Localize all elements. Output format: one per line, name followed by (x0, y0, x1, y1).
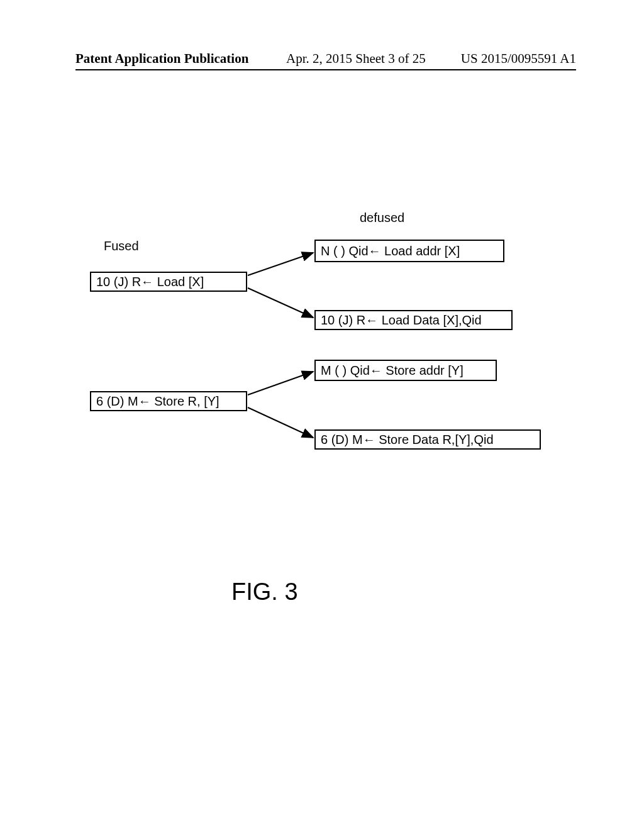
defused-load-data-text: 10 (J) R← Load Data [X],Qid (321, 313, 482, 328)
svg-line-3 (248, 372, 313, 395)
svg-line-4 (248, 407, 313, 438)
svg-line-1 (248, 253, 313, 275)
defused-store-data-box: 6 (D) M← Store Data R,[Y],Qid (314, 429, 541, 450)
fused-store-text: 6 (D) M← Store R, [Y] (96, 394, 219, 409)
defused-load-addr-box: N ( ) Qid← Load addr [X] (314, 240, 504, 262)
defused-label: defused (360, 211, 404, 225)
figure-diagram: Fused defused 10 (J) R← Load [X] N ( ) Q… (0, 0, 644, 830)
fused-label: Fused (104, 239, 139, 253)
defused-load-data-box: 10 (J) R← Load Data [X],Qid (314, 310, 513, 330)
figure-caption: FIG. 3 (231, 578, 298, 606)
fused-load-text: 10 (J) R← Load [X] (96, 275, 204, 289)
connector-lines (0, 0, 644, 830)
defused-store-addr-text: M ( ) Qid← Store addr [Y] (321, 363, 464, 378)
fused-store-box: 6 (D) M← Store R, [Y] (90, 391, 247, 411)
defused-load-addr-text: N ( ) Qid← Load addr [X] (321, 244, 460, 258)
svg-line-2 (248, 288, 313, 318)
defused-store-addr-box: M ( ) Qid← Store addr [Y] (314, 360, 497, 381)
defused-store-data-text: 6 (D) M← Store Data R,[Y],Qid (321, 433, 494, 447)
page: Patent Application Publication Apr. 2, 2… (0, 0, 644, 830)
fused-load-box: 10 (J) R← Load [X] (90, 272, 247, 292)
